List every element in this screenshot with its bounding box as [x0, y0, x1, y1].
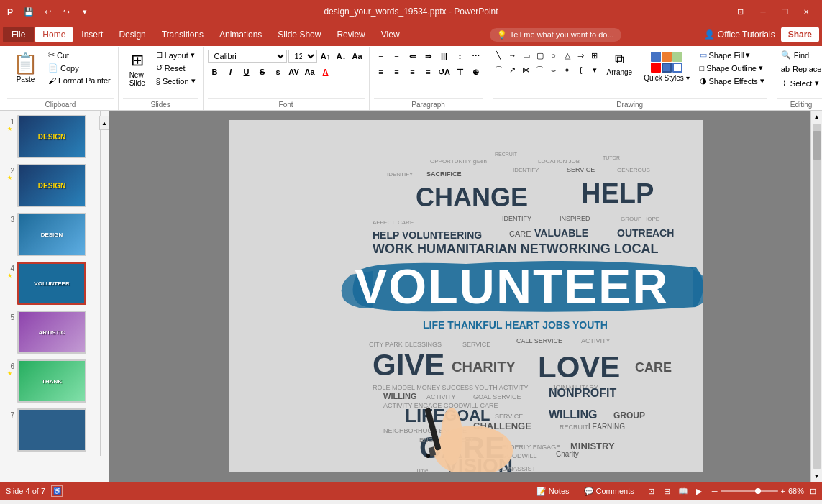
cut-button[interactable]: ✂ Cut — [45, 49, 114, 61]
shape-fill-button[interactable]: ▭ Shape Fill ▾ — [697, 49, 767, 61]
comments-button[interactable]: 💬 Comments — [580, 485, 639, 498]
normal-view-button[interactable]: ⊡ — [644, 484, 659, 498]
paste-button[interactable]: 📋 Paste — [7, 49, 44, 86]
redo-button[interactable]: ↪ — [59, 4, 73, 19]
shape-effects-button[interactable]: ◑ Shape Effects ▾ — [697, 75, 767, 87]
scroll-up-button[interactable]: ▲ — [99, 116, 109, 130]
font-size-select[interactable]: 12 — [288, 50, 317, 63]
menu-review[interactable]: Review — [329, 27, 372, 42]
shape-oval[interactable]: ○ — [547, 49, 560, 62]
bullets-button[interactable]: ≡ — [374, 49, 388, 63]
select-button[interactable]: ⊹ Select ▾ — [777, 77, 822, 89]
menu-design[interactable]: Design — [111, 27, 152, 42]
zoom-out-button[interactable]: ─ — [712, 487, 718, 495]
increase-indent-button[interactable]: ⇒ — [421, 49, 436, 63]
close-button[interactable]: ✕ — [796, 4, 816, 19]
restore-button[interactable]: ❐ — [775, 4, 795, 19]
scroll-thumb[interactable] — [813, 131, 821, 160]
shape-more[interactable]: ⊞ — [588, 49, 601, 62]
share-button[interactable]: Share — [781, 27, 819, 42]
convert-button[interactable]: ⋯ — [469, 49, 483, 63]
menu-insert[interactable]: Insert — [74, 27, 110, 42]
slide-thumb-6[interactable]: 6 ★ THANK — [3, 358, 97, 404]
new-slide-button[interactable]: ⊞ NewSlide — [123, 49, 152, 89]
shape-outline-button[interactable]: □ Shape Outline ▾ — [697, 62, 767, 74]
menu-transitions[interactable]: Transitions — [155, 27, 211, 42]
layout-button[interactable]: ⊟ Layout ▾ — [153, 49, 198, 61]
arrange-button[interactable]: ⧉ Arrange — [603, 49, 637, 79]
menu-home[interactable]: Home — [35, 27, 73, 42]
slide-thumb-1[interactable]: 1 ★ DESIGN — [3, 114, 97, 160]
tell-me-box[interactable]: 💡 Tell me what you want to do... — [490, 28, 621, 42]
shape-rounded-rect[interactable]: ▢ — [534, 49, 547, 62]
spacing-button[interactable]: AV — [287, 65, 301, 79]
menu-animations[interactable]: Animations — [212, 27, 269, 42]
shape-right-arrow[interactable]: ⇒ — [575, 49, 588, 62]
smartart-button[interactable]: ⊕ — [469, 65, 483, 79]
customize-button[interactable]: ▾ — [78, 4, 92, 19]
text-direction-button[interactable]: ↺A — [437, 65, 452, 79]
section-button[interactable]: § Section ▾ — [153, 75, 198, 87]
slide-thumb-2[interactable]: 2 ★ DESIGN — [3, 162, 97, 209]
underline-button[interactable]: U — [239, 65, 254, 79]
align-text-button[interactable]: ⊤ — [453, 65, 467, 79]
slide-thumb-5[interactable]: 5 ★ ARTISTIC — [3, 309, 97, 355]
slide-thumb-4[interactable]: 4 ★ VOLUNTEER — [3, 260, 97, 306]
center-button[interactable]: ≡ — [390, 65, 404, 79]
font-color-button[interactable]: A — [319, 65, 333, 79]
shape-6[interactable]: ⌣ — [547, 63, 560, 76]
align-right-button[interactable]: ≡ — [406, 65, 420, 79]
shape-expand[interactable]: ▾ — [588, 63, 601, 76]
decrease-font-button[interactable]: A↓ — [334, 49, 349, 63]
shape-8[interactable]: { — [575, 63, 588, 76]
italic-button[interactable]: I — [224, 65, 238, 79]
office-tutorials-link[interactable]: 👤 Office Tutorials — [704, 29, 775, 40]
shadow-button[interactable]: s — [271, 65, 286, 79]
shape-5[interactable]: ⌒ — [534, 63, 547, 76]
columns-button[interactable]: ||| — [437, 49, 452, 63]
font-name-select[interactable]: Calibri — [208, 50, 287, 63]
find-button[interactable]: 🔍 Find — [777, 49, 822, 61]
scroll-up-arrow[interactable]: ▲ — [812, 111, 822, 122]
slide-sorter-button[interactable]: ⊞ — [660, 484, 675, 498]
increase-font-button[interactable]: A↑ — [319, 49, 333, 63]
clear-format-button[interactable]: Aa — [350, 49, 365, 63]
strikethrough-button[interactable]: S — [255, 65, 270, 79]
accessibility-button[interactable]: ♿ — [51, 485, 63, 497]
zoom-in-button[interactable]: + — [781, 487, 785, 495]
menu-file[interactable]: File — [3, 27, 34, 42]
menu-slideshow[interactable]: Slide Show — [270, 27, 328, 42]
slide-thumb-3[interactable]: 3 ★ DESIGN — [3, 211, 97, 257]
vertical-scrollbar[interactable]: ▲ ▼ — [810, 111, 822, 482]
save-button[interactable]: 💾 — [22, 4, 36, 19]
slideshow-button[interactable]: ▶ — [692, 484, 706, 498]
shape-3[interactable]: ↗ — [506, 63, 519, 76]
shape-rect[interactable]: ▭ — [520, 49, 533, 62]
line-spacing-button[interactable]: ↕ — [453, 49, 467, 63]
shape-2[interactable]: ⌒ — [493, 63, 506, 76]
zoom-slider[interactable] — [721, 490, 778, 492]
menu-view[interactable]: View — [374, 27, 407, 42]
format-painter-button[interactable]: 🖌 Format Painter — [45, 75, 114, 86]
bold-button[interactable]: B — [208, 65, 222, 79]
notes-button[interactable]: 📝 Notes — [532, 485, 574, 498]
scroll-down-arrow[interactable]: ▼ — [812, 470, 822, 482]
justify-button[interactable]: ≡ — [421, 65, 436, 79]
shape-line[interactable]: ╲ — [493, 49, 506, 62]
shape-4[interactable]: ⋈ — [520, 63, 533, 76]
replace-button[interactable]: ab Replace — [777, 63, 822, 75]
quick-styles-button[interactable]: Quick Styles ▾ — [638, 49, 695, 85]
reset-button[interactable]: ↺ Reset — [153, 62, 198, 74]
decrease-indent-button[interactable]: ⇐ — [406, 49, 420, 63]
ribbon-display-button[interactable]: ⊡ — [733, 4, 747, 19]
fit-slide-button[interactable]: ⊡ — [810, 487, 816, 496]
copy-button[interactable]: 📄 Copy — [45, 62, 114, 74]
slide-thumb-7[interactable]: 7 ★ — [3, 407, 97, 453]
numbering-button[interactable]: ≡ — [390, 49, 404, 63]
minimize-button[interactable]: ─ — [753, 4, 773, 19]
shape-arrow[interactable]: → — [506, 49, 519, 62]
case-button[interactable]: Aa — [303, 65, 317, 79]
align-left-button[interactable]: ≡ — [374, 65, 388, 79]
shape-7[interactable]: ⋄ — [561, 63, 574, 76]
reading-view-button[interactable]: 📖 — [676, 484, 690, 498]
